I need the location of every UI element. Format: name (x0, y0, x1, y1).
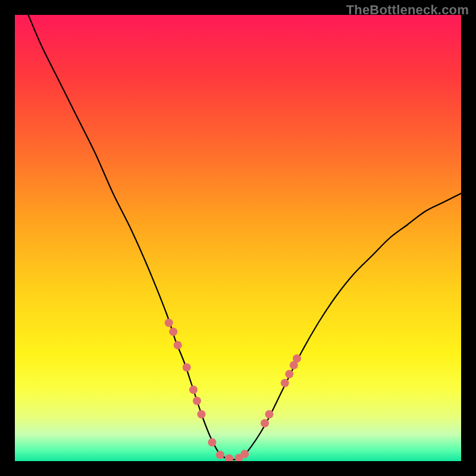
marker-point (189, 386, 198, 394)
marker-point (208, 439, 217, 447)
marker-point (198, 410, 206, 418)
gradient-background (15, 15, 461, 461)
chart-stage: TheBottleneck.com (0, 0, 476, 476)
marker-point (183, 364, 191, 372)
bottleneck-chart (0, 0, 476, 476)
marker-point (293, 355, 301, 363)
marker-point (281, 379, 289, 387)
marker-point (225, 455, 233, 463)
marker-point (193, 397, 201, 405)
marker-point (169, 328, 177, 336)
marker-point (174, 341, 182, 349)
marker-point (165, 319, 173, 327)
watermark-text: TheBottleneck.com (346, 2, 469, 18)
marker-point (240, 450, 249, 458)
marker-point (265, 410, 274, 418)
marker-point (285, 370, 293, 378)
marker-point (261, 419, 269, 427)
marker-point (216, 451, 224, 459)
